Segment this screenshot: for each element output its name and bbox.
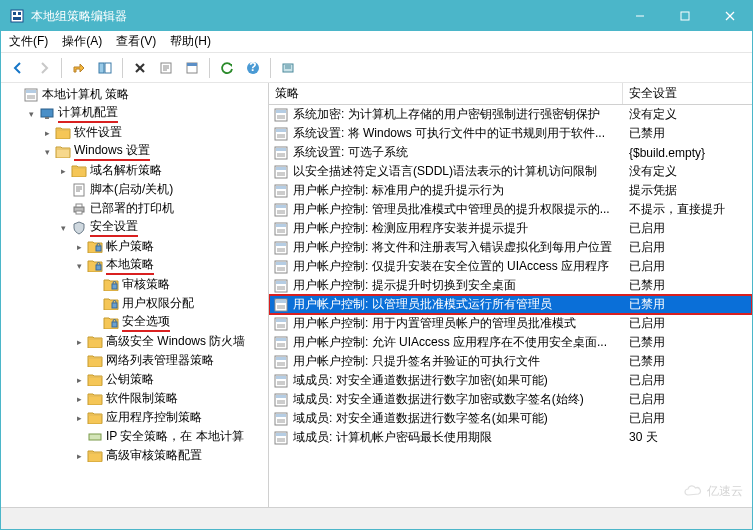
col-setting-header[interactable]: 安全设置 [623, 85, 752, 102]
tree-security-options[interactable]: 安全选项 [5, 313, 268, 332]
titlebar: 本地组策略编辑器 [1, 1, 752, 31]
list-row[interactable]: 用户帐户控制: 管理员批准模式中管理员的提升权限提示的... 不提示，直接提升 [269, 200, 752, 219]
tree-audit-policy-icon [103, 277, 119, 293]
list-row[interactable]: 用户帐户控制: 以管理员批准模式运行所有管理员 已禁用 [269, 295, 752, 314]
svg-rect-5 [681, 12, 689, 20]
list-row[interactable]: 用户帐户控制: 仅提升安装在安全位置的 UIAccess 应用程序 已启用 [269, 257, 752, 276]
chevron-right-icon[interactable]: ▸ [73, 336, 85, 348]
tree-dns-policy-label: 域名解析策略 [90, 162, 162, 179]
list-row[interactable]: 用户帐户控制: 检测应用程序安装并提示提升 已启用 [269, 219, 752, 238]
tree-windows-settings-label: Windows 设置 [74, 142, 150, 161]
tree-local-policy[interactable]: ▾ 本地策略 [5, 256, 268, 275]
tree-pane[interactable]: 本地计算机 策略 ▾ 计算机配置 ▸ 软件设置 ▾ Windows 设置 ▸ 域… [1, 83, 269, 507]
toolbar: ? [1, 53, 752, 83]
tree-deployed-printers-label: 已部署的打印机 [90, 200, 174, 217]
list-row[interactable]: 以安全描述符定义语言(SDDL)语法表示的计算机访问限制 没有定义 [269, 162, 752, 181]
menu-action[interactable]: 操作(A) [62, 33, 102, 50]
chevron-right-icon[interactable]: ▸ [73, 374, 85, 386]
tree-ip-security-label: IP 安全策略，在 本地计算 [106, 428, 244, 445]
chevron-right-icon[interactable]: ▸ [57, 165, 69, 177]
svg-rect-41 [276, 167, 286, 170]
chevron-right-icon[interactable]: ▸ [73, 393, 85, 405]
policy-setting: 已启用 [623, 372, 752, 389]
tree-ip-security[interactable]: IP 安全策略，在 本地计算 [5, 427, 268, 446]
tree-user-rights[interactable]: 用户权限分配 [5, 294, 268, 313]
list-row[interactable]: 用户帐户控制: 用于内置管理员帐户的管理员批准模式 已启用 [269, 314, 752, 333]
filter-button[interactable] [277, 57, 299, 79]
list-row[interactable]: 系统设置: 将 Windows 可执行文件中的证书规则用于软件... 已禁用 [269, 124, 752, 143]
tree-deployed-printers[interactable]: 已部署的打印机 [5, 199, 268, 218]
tree-advanced-firewall[interactable]: ▸ 高级安全 Windows 防火墙 [5, 332, 268, 351]
col-policy-header[interactable]: 策略 [269, 83, 623, 104]
svg-rect-23 [45, 117, 49, 119]
svg-rect-37 [276, 129, 286, 132]
list-pane[interactable]: 策略 安全设置 系统加密: 为计算机上存储的用户密钥强制进行强密钥保护 没有定义… [269, 83, 752, 507]
minimize-button[interactable] [617, 1, 662, 31]
chevron-down-icon[interactable]: ▾ [73, 260, 85, 272]
policy-name: 用户帐户控制: 用于内置管理员帐户的管理员批准模式 [293, 315, 576, 332]
list-row[interactable]: 域成员: 对安全通道数据进行数字加密(如果可能) 已启用 [269, 371, 752, 390]
tree-software-settings[interactable]: ▸ 软件设置 [5, 123, 268, 142]
maximize-button[interactable] [662, 1, 707, 31]
back-button[interactable] [7, 57, 29, 79]
policy-item-icon [273, 354, 289, 370]
svg-rect-59 [276, 338, 286, 341]
svg-rect-29 [96, 265, 101, 270]
list-row[interactable]: 用户帐户控制: 标准用户的提升提示行为 提示凭据 [269, 181, 752, 200]
policy-name: 以安全描述符定义语言(SDDL)语法表示的计算机访问限制 [293, 163, 597, 180]
delete-button[interactable] [129, 57, 151, 79]
tree-windows-settings[interactable]: ▾ Windows 设置 [5, 142, 268, 161]
export-button[interactable] [155, 57, 177, 79]
chevron-right-icon[interactable]: ▸ [73, 412, 85, 424]
chevron-down-icon[interactable]: ▾ [57, 222, 69, 234]
menu-help[interactable]: 帮助(H) [170, 33, 211, 50]
tree-root[interactable]: 本地计算机 策略 [5, 85, 268, 104]
showhide-button[interactable] [94, 57, 116, 79]
policy-name: 用户帐户控制: 仅提升安装在安全位置的 UIAccess 应用程序 [293, 258, 609, 275]
tree-computer-config-label: 计算机配置 [58, 104, 118, 123]
tree-network-list[interactable]: 网络列表管理器策略 [5, 351, 268, 370]
up-button[interactable] [68, 57, 90, 79]
tree-dns-policy[interactable]: ▸ 域名解析策略 [5, 161, 268, 180]
policy-item-icon [273, 335, 289, 351]
list-row[interactable]: 用户帐户控制: 将文件和注册表写入错误虚拟化到每用户位置 已启用 [269, 238, 752, 257]
list-row[interactable]: 系统加密: 为计算机上存储的用户密钥强制进行强密钥保护 没有定义 [269, 105, 752, 124]
svg-rect-30 [112, 284, 117, 289]
menu-view[interactable]: 查看(V) [116, 33, 156, 50]
svg-rect-53 [276, 281, 286, 284]
tree-account-policy[interactable]: ▸ 帐户策略 [5, 237, 268, 256]
svg-rect-9 [105, 63, 111, 73]
tree-advanced-audit[interactable]: ▸ 高级审核策略配置 [5, 446, 268, 465]
svg-rect-26 [76, 204, 82, 207]
chevron-right-icon[interactable]: ▸ [73, 241, 85, 253]
tree-security-settings[interactable]: ▾ 安全设置 [5, 218, 268, 237]
list-row[interactable]: 域成员: 对安全通道数据进行数字加密或数字签名(始终) 已启用 [269, 390, 752, 409]
list-row[interactable]: 系统设置: 可选子系统 {$build.empty} [269, 143, 752, 162]
tree-public-key[interactable]: ▸ 公钥策略 [5, 370, 268, 389]
menubar: 文件(F) 操作(A) 查看(V) 帮助(H) [1, 31, 752, 53]
policy-setting: 已启用 [623, 220, 752, 237]
chevron-right-icon[interactable]: ▸ [73, 450, 85, 462]
close-button[interactable] [707, 1, 752, 31]
chevron-down-icon[interactable]: ▾ [25, 108, 37, 120]
tree-audit-policy[interactable]: 审核策略 [5, 275, 268, 294]
toolbar-sep2 [122, 58, 123, 78]
list-row[interactable]: 用户帐户控制: 只提升签名并验证的可执行文件 已禁用 [269, 352, 752, 371]
list-row[interactable]: 用户帐户控制: 允许 UIAccess 应用程序在不使用安全桌面... 已禁用 [269, 333, 752, 352]
tree-scripts[interactable]: 脚本(启动/关机) [5, 180, 268, 199]
list-row[interactable]: 用户帐户控制: 提示提升时切换到安全桌面 已禁用 [269, 276, 752, 295]
tree-computer-config[interactable]: ▾ 计算机配置 [5, 104, 268, 123]
tree-software-restrict[interactable]: ▸ 软件限制策略 [5, 389, 268, 408]
menu-file[interactable]: 文件(F) [9, 33, 48, 50]
list-row[interactable]: 域成员: 计算机帐户密码最长使用期限 30 天 [269, 428, 752, 447]
properties-button[interactable] [181, 57, 203, 79]
help-button[interactable]: ? [242, 57, 264, 79]
list-row[interactable]: 域成员: 对安全通道数据进行数字签名(如果可能) 已启用 [269, 409, 752, 428]
chevron-down-icon[interactable]: ▾ [41, 146, 53, 158]
forward-button[interactable] [33, 57, 55, 79]
policy-name: 域成员: 对安全通道数据进行数字加密(如果可能) [293, 372, 548, 389]
refresh-button[interactable] [216, 57, 238, 79]
tree-app-control[interactable]: ▸ 应用程序控制策略 [5, 408, 268, 427]
tree-advanced-audit-label: 高级审核策略配置 [106, 447, 202, 464]
chevron-right-icon[interactable]: ▸ [41, 127, 53, 139]
